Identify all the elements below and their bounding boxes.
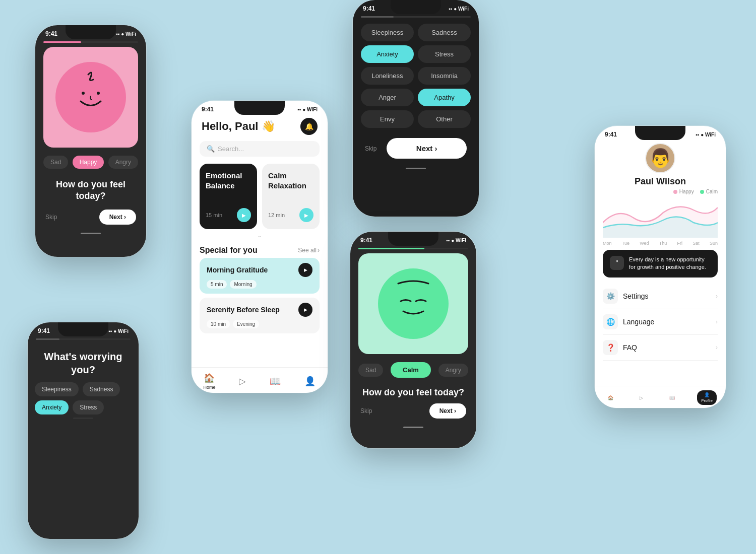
play-btn-0[interactable]: ▶ <box>237 208 251 222</box>
settings-list: ⚙️ Settings › 🌐 Language › ❓ FAQ › <box>595 281 726 364</box>
home-icon: 🏠 <box>204 373 215 384</box>
emotion-calm-5[interactable]: Calm <box>391 362 431 378</box>
special-card-1[interactable]: Serenity Before Sleep ▶ 10 min Evening <box>200 298 320 333</box>
grid-tag-loneliness[interactable]: Loneliness <box>361 67 414 85</box>
grid-tag-other[interactable]: Other <box>418 110 471 128</box>
skip-btn-4[interactable]: Skip <box>365 145 376 152</box>
special-play-1[interactable]: ▶ <box>298 303 312 317</box>
legend-dot-calm <box>700 190 704 194</box>
special-tag-0-1: Morning <box>230 280 256 289</box>
quote-card: " Every day is a new opportunity for gro… <box>603 250 718 278</box>
search-placeholder: Search... <box>218 145 244 153</box>
search-icon: 🔍 <box>207 145 215 153</box>
profile-nav-home[interactable]: 🏠 <box>604 393 617 402</box>
next-btn-4[interactable]: Next › <box>387 138 467 159</box>
time-4: 9:41 <box>363 5 375 12</box>
grid-tag-anxiety[interactable]: Anxiety <box>361 45 414 63</box>
avatar-image: 👨 <box>649 148 672 169</box>
grid-tag-anger[interactable]: Anger <box>361 89 414 106</box>
nav-book[interactable]: 📖 <box>270 376 281 387</box>
special-play-0[interactable]: ▶ <box>298 263 312 277</box>
special-card-0[interactable]: Morning Gratitude ▶ 5 min Morning <box>200 258 320 294</box>
settings-item-2[interactable]: ❓ FAQ › <box>603 335 718 361</box>
emotion-happy[interactable]: Happy <box>73 156 104 169</box>
nav-home-label: Home <box>203 385 215 390</box>
skip-btn-5[interactable]: Skip <box>360 407 372 414</box>
profile-nav-book[interactable]: 📖 <box>665 393 679 402</box>
featured-card-0[interactable]: Emotional Balance 15 min ▶ <box>200 164 257 229</box>
nav-profile[interactable]: 👤 <box>304 376 316 387</box>
settings-icon-1: 🌐 <box>603 314 618 329</box>
featured-dur-1: 12 min <box>268 212 285 218</box>
emotion-sad-5[interactable]: Sad <box>358 364 383 377</box>
emotion-selector-5: Sad Calm Angry <box>350 358 476 382</box>
tag-anxiety[interactable]: Anxiety <box>35 400 69 414</box>
search-bar[interactable]: 🔍 Search... <box>200 141 320 157</box>
card-bottom-1: 12 min ▶ <box>268 208 313 222</box>
day-sun: Sun <box>710 241 718 246</box>
skip-next-row-4: Skip Next › <box>353 132 479 165</box>
next-btn-5[interactable]: Next › <box>429 403 466 419</box>
notification-btn[interactable]: 🔔 <box>300 118 318 135</box>
grid-tag-insomnia[interactable]: Insomnia <box>418 67 471 85</box>
face-svg-pink <box>60 67 121 127</box>
tag-sadness[interactable]: Sadness <box>83 382 120 396</box>
question-text-2: What's worrying you? <box>28 342 139 382</box>
emotion-angry-5[interactable]: Angry <box>438 364 468 377</box>
grid-tag-sleepiness[interactable]: Sleepiness <box>361 24 414 41</box>
legend-calm: Calm <box>700 189 718 194</box>
nav-home[interactable]: 🏠 Home <box>203 373 215 390</box>
next-btn-1[interactable]: Next › <box>99 210 136 225</box>
tag-sleepiness[interactable]: Sleepiness <box>35 382 79 396</box>
legend-dot-happy <box>673 190 677 194</box>
grid-tag-sadness[interactable]: Sadness <box>418 24 471 41</box>
featured-card-1[interactable]: Calm Relaxation 12 min ▶ <box>262 164 320 229</box>
time-2: 9:41 <box>38 327 50 334</box>
profile-bottom-nav: 🏠 ▷ 📖 👤 Profile <box>595 386 726 408</box>
settings-item-1[interactable]: 🌐 Language › <box>603 309 718 335</box>
see-all-btn[interactable]: See all › <box>298 247 320 254</box>
grid-tag-envy[interactable]: Envy <box>361 110 414 128</box>
chart-area <box>603 197 718 238</box>
tag-stress[interactable]: Stress <box>73 400 104 414</box>
nav-play[interactable]: ▷ <box>239 376 246 387</box>
phone-profile: 9:41 ▪▪ ● WiFi 👨 Paul Wilson Happy Calm <box>595 126 726 408</box>
grid-tag-apathy[interactable]: Apathy <box>418 89 471 106</box>
time-5: 9:41 <box>360 237 372 244</box>
profile-name: Paul Wilson <box>635 176 686 187</box>
settings-icon-0: ⚙️ <box>603 289 618 304</box>
profile-nav-play-icon: ▷ <box>640 395 643 400</box>
skip-btn-1[interactable]: Skip <box>45 214 57 221</box>
profile-nav-profile[interactable]: 👤 Profile <box>697 390 717 405</box>
face-circle-pink <box>55 62 126 132</box>
settings-item-0[interactable]: ⚙️ Settings › <box>603 284 718 309</box>
special-tags-1: 10 min Evening <box>207 320 312 328</box>
indicator-1 <box>81 233 101 234</box>
phone-worry: 9:41 ▪▪ ● WiFi What's worrying you? Slee… <box>28 322 139 539</box>
settings-item-left-2: ❓ FAQ <box>603 340 637 355</box>
play-btn-1[interactable]: ▶ <box>299 208 313 222</box>
question-text-1: How do you feel today? <box>35 173 146 202</box>
emotion-sad[interactable]: Sad <box>43 156 68 169</box>
settings-label-2: FAQ <box>623 343 637 352</box>
time-1: 9:41 <box>45 30 57 37</box>
emotion-angry[interactable]: Angry <box>108 156 138 169</box>
day-thu: Thu <box>659 241 667 246</box>
special-tags-0: 5 min Morning <box>207 280 312 289</box>
skip-next-row-5: Skip Next › <box>350 398 476 424</box>
featured-dur-0: 15 min <box>206 212 222 218</box>
settings-item-left-1: 🌐 Language <box>603 314 654 329</box>
play-icon: ▷ <box>239 376 246 387</box>
greeting: Hello, Paul 👋 <box>202 120 275 133</box>
face-area-green <box>358 253 468 354</box>
profile-nav-play[interactable]: ▷ <box>636 393 647 402</box>
legend-label-calm: Calm <box>706 189 718 194</box>
chart-svg <box>603 197 718 238</box>
section-title: Special for you <box>200 246 258 255</box>
grid-tag-stress[interactable]: Stress <box>418 45 471 63</box>
indicator-2 <box>73 418 93 419</box>
day-tue: Tue <box>622 241 629 246</box>
quote-icon: " <box>610 256 624 270</box>
indicator-4 <box>406 168 426 169</box>
day-mon: Mon <box>603 241 612 246</box>
